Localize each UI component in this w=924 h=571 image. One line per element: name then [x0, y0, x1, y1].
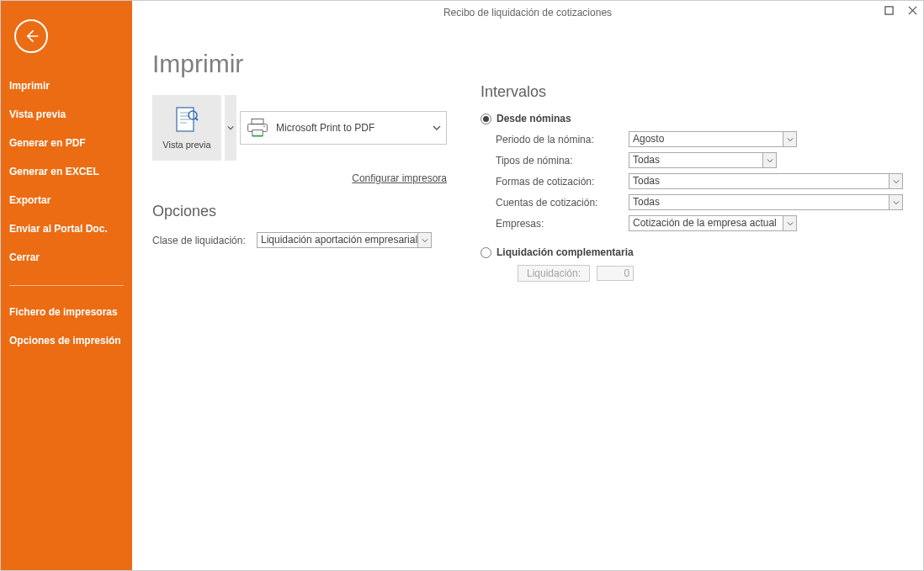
vista-previa-dropdown[interactable] [225, 95, 236, 161]
svg-rect-10 [252, 130, 263, 136]
liquidacion-complementaria-radio[interactable]: Liquidación complementaria [481, 246, 903, 258]
back-button[interactable] [14, 19, 48, 53]
svg-line-7 [195, 118, 198, 120]
formas-select[interactable]: Todas [629, 173, 903, 189]
desde-nominas-radio[interactable]: Desde nóminas [481, 113, 903, 124]
document-preview-icon [175, 106, 199, 135]
sidebar: Imprimir Vista previa Generar en PDF Gen… [1, 1, 132, 570]
sidebar-item-generar-excel[interactable]: Generar en EXCEL [1, 157, 132, 186]
printer-selector[interactable]: Microsoft Print to PDF [240, 111, 447, 145]
cuentas-select[interactable]: Todas [629, 194, 903, 210]
radio-checked-icon [481, 114, 491, 124]
maximize-icon [884, 6, 894, 15]
titlebar: Recibo de liquidación de cotizaciones [132, 1, 923, 24]
formas-label: Formas de cotización: [496, 176, 622, 188]
sidebar-item-imprimir[interactable]: Imprimir [1, 71, 132, 100]
sidebar-separator [9, 285, 124, 286]
desde-nominas-label: Desde nóminas [497, 113, 571, 124]
liquidacion-complementaria-label: Liquidación complementaria [497, 246, 634, 258]
cuentas-label: Cuentas de cotización: [496, 197, 622, 209]
formas-value: Todas [629, 173, 889, 189]
sidebar-item-enviar-portal[interactable]: Enviar al Portal Doc. [1, 214, 132, 243]
periodo-value: Agosto [629, 131, 783, 147]
vista-previa-label: Vista previa [162, 140, 210, 150]
page-title: Imprimir [152, 50, 447, 78]
chevron-down-icon [787, 136, 794, 143]
sidebar-item-opciones-impresion[interactable]: Opciones de impresión [1, 326, 132, 355]
clase-liquidacion-label: Clase de liquidación: [152, 235, 250, 246]
sidebar-item-generar-pdf[interactable]: Generar en PDF [1, 129, 132, 157]
chevron-down-icon [787, 220, 794, 227]
chevron-down-icon [767, 157, 773, 164]
periodo-select[interactable]: Agosto [629, 131, 797, 147]
svg-rect-0 [884, 6, 892, 13]
intervalos-heading: Intervalos [481, 83, 903, 101]
tipos-value: Todas [629, 152, 763, 168]
chevron-down-icon [433, 124, 441, 132]
clase-liquidacion-select[interactable]: Liquidación aportación empresarial s [257, 232, 432, 248]
close-icon [908, 6, 917, 15]
chevron-down-icon [893, 199, 900, 206]
clase-liquidacion-value: Liquidación aportación empresarial s [257, 232, 418, 248]
printer-name: Microsoft Print to PDF [276, 122, 426, 134]
sidebar-item-cerrar[interactable]: Cerrar [1, 243, 132, 272]
empresas-value: Cotización de la empresa actual [629, 215, 783, 231]
tipos-select[interactable]: Todas [629, 152, 777, 168]
main-area: Recibo de liquidación de cotizaciones Im… [132, 1, 923, 570]
sidebar-item-fichero-impresoras[interactable]: Fichero de impresoras [1, 298, 132, 326]
printer-icon [246, 118, 269, 138]
liquidacion-button: Liquidación: [518, 265, 590, 282]
window-close-button[interactable] [905, 3, 920, 18]
tipos-label: Tipos de nómina: [496, 155, 622, 167]
configure-printer-link[interactable]: Configurar impresora [352, 172, 447, 184]
chevron-down-icon [227, 124, 234, 131]
opciones-heading: Opciones [152, 203, 447, 220]
chevron-down-icon [893, 178, 900, 185]
empresas-select[interactable]: Cotización de la empresa actual [629, 215, 797, 231]
sidebar-item-exportar[interactable]: Exportar [1, 186, 132, 214]
chevron-down-icon [422, 237, 428, 244]
radio-unchecked-icon [481, 247, 491, 258]
sidebar-item-vista-previa[interactable]: Vista previa [1, 100, 132, 129]
cuentas-value: Todas [629, 194, 889, 210]
periodo-label: Periodo de la nómina: [496, 134, 622, 145]
empresas-label: Empresas: [496, 218, 622, 230]
svg-point-11 [263, 125, 265, 127]
window-title: Recibo de liquidación de cotizaciones [132, 7, 923, 19]
arrow-left-icon [23, 28, 40, 45]
window-maximize-button[interactable] [881, 3, 896, 18]
liquidacion-value: 0 [597, 266, 634, 281]
vista-previa-button[interactable]: Vista previa [152, 95, 221, 161]
svg-rect-8 [252, 119, 263, 124]
